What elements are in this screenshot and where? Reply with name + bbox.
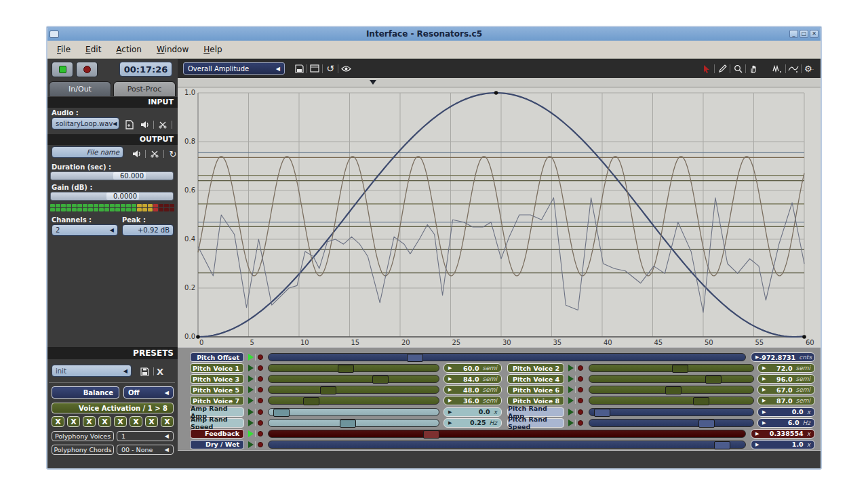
scissors-icon[interactable] [149,148,161,160]
save-preset-icon[interactable] [138,365,151,378]
automation-play-icon[interactable] [248,386,254,393]
slider-handle[interactable] [714,441,730,449]
pencil-tool-icon[interactable] [716,62,728,75]
slider-handle[interactable] [693,397,709,405]
gain-slider[interactable]: 0.0000 [50,192,174,201]
slider-track-amp-rand-speed[interactable] [268,419,439,427]
automation-record-icon[interactable] [258,387,263,392]
maximize-button[interactable]: □ [800,30,808,38]
filename-button[interactable]: File name [52,146,123,158]
automation-record-icon[interactable] [258,398,263,403]
param-label-pitch-rand-speed[interactable]: Pitch Rand Speed [507,418,564,428]
save-graph-icon[interactable] [293,62,305,75]
speaker-icon[interactable] [138,119,151,131]
param-label-pitch-voice-1[interactable]: Pitch Voice 1 [190,363,244,373]
automation-record-icon[interactable] [578,387,583,392]
slider-track-pitch-voice-1[interactable] [268,364,439,372]
value-box-pitch-voice-4[interactable]: ▶96.0semi [757,374,815,384]
menu-edit[interactable]: Edit [85,45,101,54]
curve-shape-icon[interactable] [787,62,800,75]
tab-post-proc[interactable]: Post-Proc [113,81,176,96]
zoom-tool-icon[interactable] [732,62,744,75]
slider-track-pitch-offset[interactable] [268,353,746,361]
value-box-pitch-voice-3[interactable]: ▶84.0semi [443,374,502,384]
automation-play-icon[interactable] [568,375,574,382]
slider-handle[interactable] [665,386,682,394]
settings-gear-icon[interactable]: ⚙. [803,62,815,75]
slider-handle[interactable] [698,420,715,428]
value-box-pitch-voice-6[interactable]: ▶67.0semi [757,385,815,394]
param-label-pitch-offset[interactable]: Pitch Offset [190,352,244,362]
slider-handle[interactable] [705,375,722,384]
automation-record-icon[interactable] [578,376,583,382]
time-cursor-strip[interactable] [178,78,821,87]
automation-play-icon[interactable] [568,365,574,371]
automation-record-icon[interactable] [258,431,263,436]
slider-handle[interactable] [407,354,423,362]
automation-record-icon[interactable] [258,376,263,382]
value-box-pitch-voice-2[interactable]: ▶72.0semi [757,363,815,373]
automation-play-icon[interactable] [248,365,254,371]
voice-toggle-2[interactable]: X [67,416,80,427]
slider-handle[interactable] [338,365,354,373]
slider-handle[interactable] [423,430,439,439]
param-label-pitch-voice-6[interactable]: Pitch Voice 6 [507,385,564,394]
minimize-button[interactable]: _ [789,30,798,38]
channels-select[interactable]: 2◀ [52,224,118,236]
parameter-selector[interactable]: Overall Amplitude◀ [183,62,285,75]
voice-toggle-7[interactable]: X [145,416,158,427]
voice-toggle-4[interactable]: X [98,416,111,427]
slider-handle[interactable] [594,409,610,417]
audio-file-select[interactable]: solitaryLoop.wav◀ [52,117,119,129]
polyphony-chords-select[interactable]: 00 - None◀ [117,445,174,455]
value-box-pitch-voice-1[interactable]: ▶60.0semi [443,363,502,373]
polyphony-chords-button[interactable]: Polyphony Chords [52,445,114,455]
param-label-pitch-voice-3[interactable]: Pitch Voice 3 [190,374,244,384]
pointer-tool-icon[interactable] [701,62,713,75]
value-box-pitch-rand-speed[interactable]: ▶6.0Hz [757,418,815,428]
automation-record-icon[interactable] [578,420,583,426]
menu-file[interactable]: File [57,45,71,54]
slider-track-pitch-voice-3[interactable] [268,375,439,383]
automation-play-icon[interactable] [248,441,254,448]
menu-window[interactable]: Window [157,45,189,54]
automation-record-icon[interactable] [258,365,263,371]
envelope-point-marker[interactable] [802,335,806,339]
automation-play-icon[interactable] [248,375,254,382]
hand-tool-icon[interactable] [747,62,760,75]
automation-play-icon[interactable] [248,354,254,361]
undo-icon[interactable]: ↺ [324,62,336,75]
value-box-pitch-voice-5[interactable]: ▶48.0semi [443,385,502,394]
slider-track-dry-wet[interactable] [268,441,746,449]
slider-track-pitch-voice-2[interactable] [589,364,754,372]
show-hide-icon[interactable] [340,62,352,75]
transport-record-button[interactable] [76,62,98,77]
automation-play-icon[interactable] [248,430,254,437]
automation-record-icon[interactable] [258,354,263,360]
open-file-icon[interactable] [123,119,136,131]
playhead-cursor-icon[interactable] [370,80,376,85]
param-label-amp-rand-speed[interactable]: Amp Rand Speed [190,418,244,428]
envelope-point-marker[interactable] [494,91,498,95]
automation-play-icon[interactable] [568,397,574,404]
balance-select[interactable]: Off◀ [123,386,174,399]
param-label-pitch-voice-5[interactable]: Pitch Voice 5 [190,385,244,394]
load-graph-icon[interactable] [309,62,321,75]
automation-record-icon[interactable] [578,398,583,403]
param-label-pitch-voice-4[interactable]: Pitch Voice 4 [507,374,564,384]
slider-handle[interactable] [672,365,688,373]
slider-track-pitch-voice-4[interactable] [589,375,754,383]
automation-record-icon[interactable] [258,442,263,447]
slider-handle[interactable] [273,409,290,417]
automation-record-icon[interactable] [578,365,583,371]
voice-toggle-5[interactable]: X [114,416,127,427]
slider-track-pitch-voice-5[interactable] [268,386,439,394]
duration-slider[interactable]: 60.000 [50,171,174,180]
automation-play-icon[interactable] [568,420,574,426]
slider-track-pitch-voice-6[interactable] [589,386,754,394]
slider-track-amp-rand-amp[interactable] [268,408,439,416]
preset-select[interactable]: init◀ [52,365,132,377]
slider-track-pitch-rand-amp[interactable] [589,408,754,416]
voice-toggle-6[interactable]: X [130,416,142,427]
close-button[interactable]: ✕ [810,30,818,38]
